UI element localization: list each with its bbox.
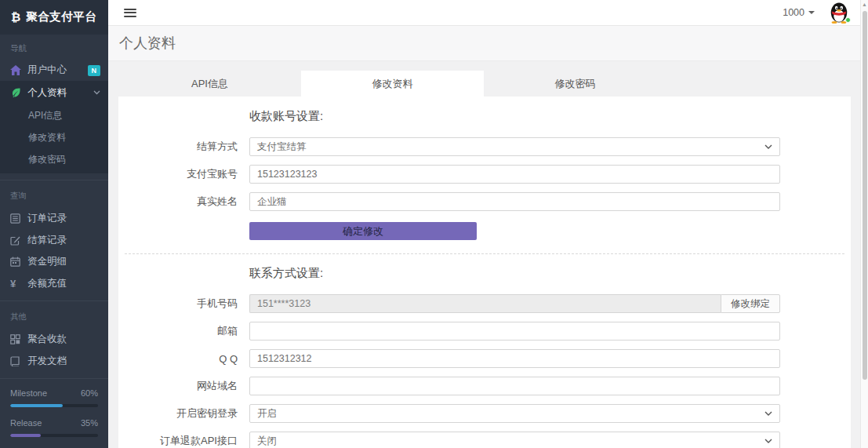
- sidebar-item-dev-docs[interactable]: 开发文档: [0, 350, 108, 372]
- phone-input-group: 修改绑定: [249, 294, 780, 313]
- home-icon: [10, 65, 27, 75]
- email-input[interactable]: [249, 322, 780, 341]
- caret-down-icon: [808, 11, 815, 14]
- sidebar-item-label: 开发文档: [27, 355, 100, 368]
- real-name-input[interactable]: [249, 192, 780, 211]
- progress-label: Milestone: [10, 388, 47, 398]
- tab-bar: API信息 修改资料 修改密码: [118, 71, 851, 97]
- select-chevron-icon: [764, 411, 772, 416]
- sidebar-item-profile[interactable]: 个人资料: [0, 81, 108, 104]
- chevron-down-icon: [93, 90, 100, 95]
- collection-icon: [10, 334, 27, 344]
- sidebar-item-label: 余额充值: [27, 277, 100, 290]
- sidebar-subitem-api-info[interactable]: API信息: [0, 104, 108, 126]
- new-badge: N: [88, 65, 101, 76]
- section-divider: [125, 253, 844, 254]
- brand[interactable]: ₿ 聚合支付平台: [0, 0, 108, 35]
- sidebar-subitem-change-password[interactable]: 修改密码: [0, 148, 108, 170]
- menu-toggle-icon[interactable]: [124, 6, 136, 19]
- sidebar-item-label: 用户中心: [27, 64, 88, 77]
- tab-edit-profile[interactable]: 修改资料: [301, 71, 484, 97]
- sidebar-item-order-records[interactable]: 订单记录: [0, 207, 108, 229]
- balance-value: 1000: [783, 7, 804, 18]
- field-label-key-login: 开启密钥登录: [118, 406, 249, 421]
- refund-api-select[interactable]: 关闭: [249, 432, 780, 448]
- progress-bar-milestone: [10, 404, 63, 407]
- website-domain-input[interactable]: [249, 377, 780, 395]
- key-login-select[interactable]: 开启: [249, 404, 780, 423]
- query-section-label: 查询: [0, 182, 108, 207]
- field-label-email: 邮箱: [118, 324, 249, 338]
- list-icon: [10, 213, 27, 224]
- bitcoin-icon: ₿: [11, 10, 20, 24]
- select-value: 关闭: [257, 435, 277, 448]
- content-area: API信息 修改资料 修改密码 收款账号设置: 结算方式 支付宝结算 支付宝账号: [108, 61, 868, 448]
- field-label-qq: Q Q: [118, 353, 249, 365]
- progress-value: 60%: [81, 388, 98, 398]
- form-panel: 收款账号设置: 结算方式 支付宝结算 支付宝账号 真实姓名 确定修改: [118, 97, 851, 448]
- app-window: ₿ 聚合支付平台 导航 用户中心 N 个人资料 API信息 修改资料: [0, 0, 868, 448]
- online-status-dot: [845, 17, 851, 23]
- other-section-label: 其他: [0, 303, 108, 328]
- select-chevron-icon: [764, 144, 772, 149]
- topbar: 1000: [108, 0, 868, 26]
- balance-dropdown[interactable]: 1000: [783, 7, 815, 18]
- progress-bar-release: [10, 434, 41, 437]
- sidebar-divider: [0, 378, 108, 379]
- main-area: 1000: [108, 0, 868, 448]
- section-heading-payment-account: 收款账号设置:: [249, 109, 851, 124]
- sidebar: ₿ 聚合支付平台 导航 用户中心 N 个人资料 API信息 修改资料: [0, 0, 108, 448]
- avatar[interactable]: [829, 2, 849, 24]
- field-label-refund-api: 订单退款API接口: [118, 434, 249, 448]
- sidebar-divider: [0, 300, 108, 301]
- progress-track: [10, 434, 98, 437]
- leaf-icon: [10, 87, 27, 98]
- field-label-alipay-account: 支付宝账号: [118, 167, 249, 181]
- page-header: 个人资料: [108, 26, 868, 61]
- sidebar-item-aggregate-collection[interactable]: 聚合收款: [0, 328, 108, 350]
- progress-label: Release: [10, 418, 42, 428]
- alipay-account-input[interactable]: [249, 165, 780, 184]
- sidebar-divider: [0, 180, 108, 180]
- book-icon: [10, 356, 27, 366]
- select-value: 支付宝结算: [257, 140, 307, 154]
- vertical-scrollbar[interactable]: ▲: [860, 0, 868, 448]
- sidebar-group-profile: 个人资料 API信息 修改资料 修改密码: [0, 81, 108, 173]
- sidebar-item-balance-recharge[interactable]: ¥ 余额充值: [0, 273, 108, 295]
- sidebar-item-label: 资金明细: [27, 255, 100, 268]
- sidebar-item-label: 个人资料: [27, 86, 93, 100]
- sidebar-item-label: 聚合收款: [27, 333, 100, 346]
- tab-api-info[interactable]: API信息: [118, 71, 301, 97]
- section-heading-contact: 联系方式设置:: [249, 266, 851, 281]
- edit-icon: [10, 235, 27, 246]
- sidebar-item-settlement-records[interactable]: 结算记录: [0, 229, 108, 251]
- calendar-icon: [10, 257, 27, 267]
- field-label-website-domain: 网站域名: [118, 379, 249, 393]
- sidebar-subitem-edit-profile[interactable]: 修改资料: [0, 126, 108, 148]
- sidebar-item-user-center[interactable]: 用户中心 N: [0, 60, 108, 82]
- phone-input: [249, 294, 721, 313]
- progress-track: [10, 404, 98, 407]
- nav-section-label: 导航: [0, 35, 108, 60]
- progress-block: Milestone 60% Release 35%: [0, 381, 108, 448]
- select-value: 开启: [257, 407, 277, 421]
- progress-value: 35%: [81, 418, 98, 428]
- settlement-method-select[interactable]: 支付宝结算: [249, 137, 780, 156]
- change-binding-button[interactable]: 修改绑定: [721, 294, 780, 313]
- sidebar-item-label: 订单记录: [27, 212, 100, 225]
- sidebar-item-label: 结算记录: [27, 234, 100, 247]
- select-chevron-icon: [764, 439, 772, 443]
- field-label-settlement-method: 结算方式: [118, 140, 249, 154]
- qq-input[interactable]: [249, 349, 780, 368]
- yen-icon: ¥: [10, 278, 27, 290]
- field-label-real-name: 真实姓名: [118, 195, 249, 209]
- field-label-phone: 手机号码: [118, 297, 249, 311]
- scroll-up-icon[interactable]: ▲: [861, 0, 868, 9]
- confirm-modify-button-1[interactable]: 确定修改: [249, 222, 477, 240]
- tab-change-password[interactable]: 修改密码: [484, 71, 666, 97]
- scrollbar-thumb[interactable]: [863, 11, 867, 380]
- page-title: 个人资料: [119, 34, 176, 53]
- brand-title: 聚合支付平台: [26, 9, 96, 24]
- sidebar-item-fund-details[interactable]: 资金明细: [0, 251, 108, 273]
